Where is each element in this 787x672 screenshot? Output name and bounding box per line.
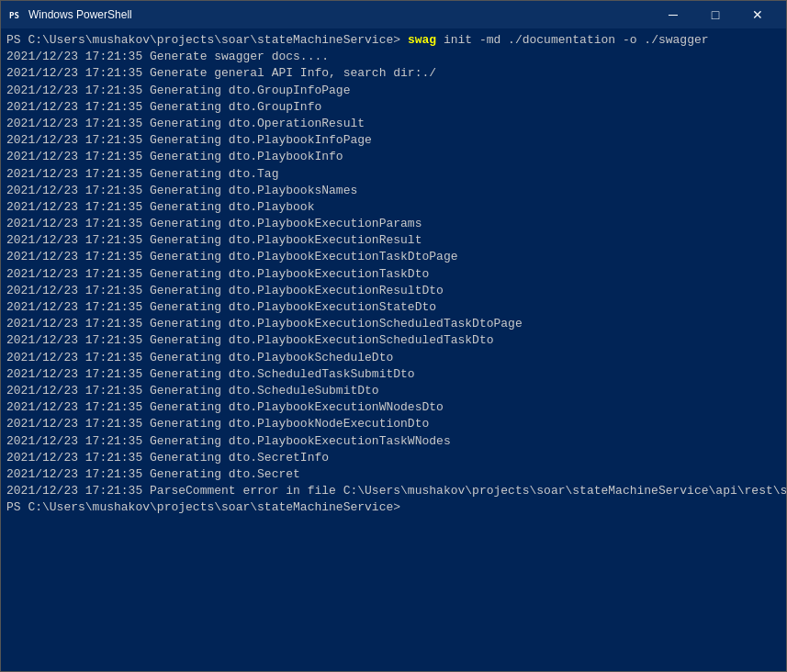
terminal-line: 2021/12/23 17:21:35 Generating dto.Playb… [6, 183, 781, 199]
terminal-line: 2021/12/23 17:21:35 Generating dto.Playb… [6, 399, 781, 416]
minimize-button[interactable]: ─ [652, 1, 694, 28]
terminal-line: 2021/12/23 17:21:35 Generating dto.Playb… [6, 332, 781, 349]
terminal-line: 2021/12/23 17:21:35 Generating dto.Group… [6, 99, 781, 116]
terminal-line: 2021/12/23 17:21:35 Generating dto.Secre… [6, 450, 781, 466]
terminal-line: 2021/12/23 17:21:35 Generate swagger doc… [6, 49, 781, 65]
maximize-button[interactable]: □ [694, 1, 736, 28]
title-bar: PS Windows PowerShell ─ □ ✕ [1, 1, 786, 28]
terminal-line: 2021/12/23 17:21:35 Generating dto.Playb… [6, 416, 781, 432]
app-icon: PS [8, 7, 23, 22]
terminal-body[interactable]: PS C:\Users\mushakov\projects\soar\state… [1, 28, 786, 671]
terminal-line: 2021/12/23 17:21:35 Generating dto.Secre… [6, 466, 781, 483]
window-title: Windows PowerShell [28, 8, 652, 21]
powershell-window: PS Windows PowerShell ─ □ ✕ PS C:\Users\… [0, 0, 787, 672]
window-controls: ─ □ ✕ [652, 1, 779, 28]
terminal-line: 2021/12/23 17:21:35 Generating dto.Playb… [6, 216, 781, 232]
terminal-line: PS C:\Users\mushakov\projects\soar\state… [6, 499, 781, 516]
terminal-line: 2021/12/23 17:21:35 Generating dto.Playb… [6, 199, 781, 216]
terminal-line: 2021/12/23 17:21:35 Generating dto.Playb… [6, 299, 781, 316]
terminal-line: 2021/12/23 17:21:35 Generating dto.Playb… [6, 149, 781, 165]
terminal-line: 2021/12/23 17:21:35 Generating dto.Playb… [6, 433, 781, 450]
terminal-line: 2021/12/23 17:21:35 Generating dto.Playb… [6, 232, 781, 249]
terminal-line: 2021/12/23 17:21:35 Generating dto.Sched… [6, 366, 781, 383]
terminal-line: 2021/12/23 17:21:35 Generate general API… [6, 65, 781, 82]
terminal-line: 2021/12/23 17:21:35 Generating dto.Playb… [6, 350, 781, 366]
terminal-line: 2021/12/23 17:21:35 Generating dto.Opera… [6, 116, 781, 132]
terminal-line: PS C:\Users\mushakov\projects\soar\state… [6, 32, 781, 49]
terminal-line: 2021/12/23 17:21:35 Generating dto.Group… [6, 83, 781, 99]
terminal-line: 2021/12/23 17:21:35 Generating dto.Tag [6, 166, 781, 183]
terminal-line: 2021/12/23 17:21:35 Generating dto.Playb… [6, 316, 781, 332]
terminal-line: 2021/12/23 17:21:35 Generating dto.Playb… [6, 132, 781, 149]
terminal-line: 2021/12/23 17:21:35 ParseComment error i… [6, 483, 781, 499]
terminal-line: 2021/12/23 17:21:35 Generating dto.Playb… [6, 249, 781, 265]
terminal-line: 2021/12/23 17:21:35 Generating dto.Playb… [6, 266, 781, 283]
terminal-line: 2021/12/23 17:21:35 Generating dto.Playb… [6, 283, 781, 299]
svg-text:PS: PS [9, 11, 19, 20]
close-button[interactable]: ✕ [736, 1, 779, 28]
terminal-line: 2021/12/23 17:21:35 Generating dto.Sched… [6, 383, 781, 399]
